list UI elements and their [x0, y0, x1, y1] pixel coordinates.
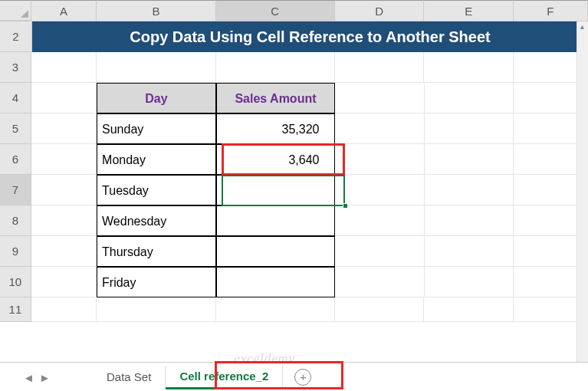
- column-headers: A B C D E F: [0, 0, 588, 21]
- sheet-tabs-bar: ◄ ► Data Set Cell reference_2 +: [0, 362, 588, 391]
- cell-day-2[interactable]: Tuesday: [97, 175, 215, 205]
- cell-day-1[interactable]: Monday: [97, 144, 215, 175]
- spreadsheet-grid: A B C D E F 2 Copy Data Using Cell Refer…: [0, 0, 588, 322]
- row-header-10[interactable]: 10: [0, 267, 31, 297]
- cell-amount-2[interactable]: [216, 175, 336, 205]
- tab-prev-icon[interactable]: ◄: [23, 371, 34, 383]
- row-4: 4DaySales Amount: [0, 83, 588, 113]
- cell-amount-5[interactable]: [216, 267, 336, 297]
- col-header-C[interactable]: C: [216, 0, 335, 21]
- col-header-E[interactable]: E: [424, 0, 514, 21]
- sheet-tab-data-set[interactable]: Data Set: [93, 366, 166, 388]
- vertical-scrollbar[interactable]: [577, 21, 588, 362]
- row-10: 10Friday: [0, 267, 588, 297]
- row-11: 11: [0, 297, 588, 322]
- header-amount[interactable]: Sales Amount: [216, 83, 336, 113]
- col-header-A[interactable]: A: [31, 0, 97, 21]
- row-header-9[interactable]: 9: [0, 236, 31, 267]
- cell-amount-3[interactable]: [216, 205, 336, 236]
- cell-day-4[interactable]: Thursday: [97, 236, 215, 267]
- cell-amount-4[interactable]: [216, 236, 336, 267]
- col-header-D[interactable]: D: [335, 0, 425, 21]
- row-6: 6Monday3,640: [0, 144, 588, 175]
- page-title: Copy Data Using Cell Reference to Anothe…: [32, 21, 588, 52]
- row-header-2[interactable]: 2: [0, 21, 32, 52]
- fill-handle[interactable]: [343, 203, 348, 209]
- row-8: 8Wednesday: [0, 205, 588, 236]
- header-day[interactable]: Day: [97, 83, 216, 113]
- sheet-tab-cell-reference-2[interactable]: Cell reference_2: [166, 365, 283, 389]
- select-all-corner[interactable]: [0, 0, 31, 21]
- add-sheet-button[interactable]: +: [294, 369, 311, 386]
- row-9: 9Thursday: [0, 236, 588, 267]
- cell-amount-0[interactable]: 35,320: [216, 113, 336, 144]
- cell-day-5[interactable]: Friday: [97, 267, 215, 297]
- tab-nav: ◄ ►: [0, 371, 51, 383]
- row-header-11[interactable]: 11: [0, 297, 31, 322]
- row-header-7[interactable]: 7: [0, 175, 31, 205]
- row-5: 5Sunday35,320: [0, 113, 588, 144]
- row-3: 3: [0, 52, 588, 83]
- col-header-B[interactable]: B: [97, 0, 215, 21]
- cell-day-3[interactable]: Wednesday: [97, 205, 215, 236]
- row-2: 2 Copy Data Using Cell Reference to Anot…: [0, 21, 588, 52]
- cell-day-0[interactable]: Sunday: [97, 113, 215, 144]
- row-7: 7Tuesday: [0, 175, 588, 205]
- tab-next-icon[interactable]: ►: [39, 371, 51, 383]
- row-header-6[interactable]: 6: [0, 144, 31, 175]
- col-header-F[interactable]: F: [514, 0, 588, 21]
- row-header-3[interactable]: 3: [0, 52, 31, 83]
- row-header-5[interactable]: 5: [0, 113, 31, 144]
- row-header-4[interactable]: 4: [0, 83, 31, 113]
- cell-amount-1[interactable]: 3,640: [216, 144, 336, 175]
- row-header-8[interactable]: 8: [0, 205, 31, 236]
